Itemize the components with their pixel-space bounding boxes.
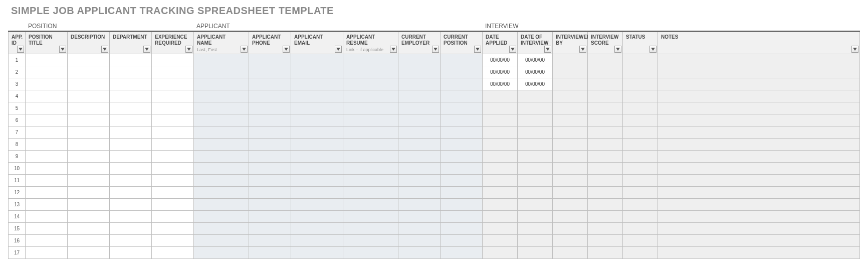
cell-title[interactable] (26, 175, 68, 187)
cell-title[interactable] (26, 223, 68, 235)
cell-email[interactable] (291, 235, 343, 247)
cell-cpos[interactable] (441, 247, 483, 259)
cell-exp[interactable] (152, 90, 194, 102)
filter-title-icon[interactable] (59, 46, 66, 53)
cell-score[interactable] (588, 102, 623, 114)
cell-dept[interactable] (110, 199, 152, 211)
cell-notes[interactable] (658, 114, 860, 126)
cell-dinterv[interactable] (518, 163, 553, 175)
cell-resume[interactable] (343, 187, 398, 199)
cell-cpos[interactable] (441, 151, 483, 163)
cell-exp[interactable] (152, 139, 194, 151)
cell-email[interactable] (291, 102, 343, 114)
cell-notes[interactable] (658, 66, 860, 78)
cell-dinterv[interactable] (518, 114, 553, 126)
cell-phone[interactable] (249, 126, 291, 139)
cell-resume[interactable] (343, 78, 398, 90)
cell-id[interactable]: 1 (9, 54, 26, 66)
filter-exp-icon[interactable] (185, 46, 192, 53)
cell-id[interactable]: 14 (9, 211, 26, 223)
cell-title[interactable] (26, 211, 68, 223)
cell-dept[interactable] (110, 187, 152, 199)
cell-dapplied[interactable]: 00/00/00 (483, 78, 518, 90)
cell-dept[interactable] (110, 90, 152, 102)
cell-phone[interactable] (249, 151, 291, 163)
cell-id[interactable]: 8 (9, 139, 26, 151)
cell-dapplied[interactable]: 00/00/00 (483, 54, 518, 66)
cell-employer[interactable] (398, 235, 441, 247)
cell-score[interactable] (588, 151, 623, 163)
cell-phone[interactable] (249, 90, 291, 102)
cell-employer[interactable] (398, 199, 441, 211)
cell-dept[interactable] (110, 235, 152, 247)
cell-dept[interactable] (110, 223, 152, 235)
cell-cpos[interactable] (441, 175, 483, 187)
cell-desc[interactable] (68, 151, 110, 163)
cell-status[interactable] (623, 235, 658, 247)
cell-exp[interactable] (152, 54, 194, 66)
cell-score[interactable] (588, 247, 623, 259)
cell-cpos[interactable] (441, 66, 483, 78)
cell-status[interactable] (623, 223, 658, 235)
cell-dinterv[interactable] (518, 175, 553, 187)
cell-resume[interactable] (343, 199, 398, 211)
cell-by[interactable] (553, 151, 588, 163)
cell-title[interactable] (26, 66, 68, 78)
cell-desc[interactable] (68, 163, 110, 175)
cell-title[interactable] (26, 102, 68, 114)
cell-score[interactable] (588, 126, 623, 139)
cell-dapplied[interactable] (483, 163, 518, 175)
cell-dept[interactable] (110, 114, 152, 126)
cell-notes[interactable] (658, 102, 860, 114)
cell-resume[interactable] (343, 163, 398, 175)
cell-employer[interactable] (398, 175, 441, 187)
cell-desc[interactable] (68, 78, 110, 90)
cell-dept[interactable] (110, 66, 152, 78)
cell-id[interactable]: 2 (9, 66, 26, 78)
cell-email[interactable] (291, 187, 343, 199)
cell-resume[interactable] (343, 90, 398, 102)
cell-desc[interactable] (68, 199, 110, 211)
cell-employer[interactable] (398, 211, 441, 223)
cell-resume[interactable] (343, 102, 398, 114)
cell-dinterv[interactable]: 00/00/00 (518, 66, 553, 78)
cell-name[interactable] (194, 211, 249, 223)
filter-by-icon[interactable] (579, 46, 586, 53)
cell-desc[interactable] (68, 126, 110, 139)
cell-employer[interactable] (398, 114, 441, 126)
cell-phone[interactable] (249, 163, 291, 175)
cell-id[interactable]: 15 (9, 223, 26, 235)
cell-status[interactable] (623, 247, 658, 259)
cell-phone[interactable] (249, 235, 291, 247)
filter-email-icon[interactable] (335, 46, 342, 53)
cell-dinterv[interactable] (518, 223, 553, 235)
cell-exp[interactable] (152, 66, 194, 78)
cell-notes[interactable] (658, 223, 860, 235)
cell-dept[interactable] (110, 139, 152, 151)
cell-name[interactable] (194, 187, 249, 199)
cell-name[interactable] (194, 126, 249, 139)
cell-notes[interactable] (658, 54, 860, 66)
cell-name[interactable] (194, 175, 249, 187)
cell-score[interactable] (588, 199, 623, 211)
cell-dept[interactable] (110, 102, 152, 114)
cell-dapplied[interactable] (483, 247, 518, 259)
cell-dept[interactable] (110, 163, 152, 175)
cell-score[interactable] (588, 90, 623, 102)
cell-by[interactable] (553, 102, 588, 114)
cell-desc[interactable] (68, 211, 110, 223)
cell-notes[interactable] (658, 139, 860, 151)
cell-phone[interactable] (249, 78, 291, 90)
cell-by[interactable] (553, 223, 588, 235)
cell-by[interactable] (553, 78, 588, 90)
cell-cpos[interactable] (441, 126, 483, 139)
cell-dapplied[interactable] (483, 199, 518, 211)
cell-resume[interactable] (343, 66, 398, 78)
cell-by[interactable] (553, 235, 588, 247)
cell-employer[interactable] (398, 151, 441, 163)
cell-status[interactable] (623, 90, 658, 102)
cell-id[interactable]: 7 (9, 126, 26, 139)
cell-dinterv[interactable]: 00/00/00 (518, 54, 553, 66)
cell-email[interactable] (291, 175, 343, 187)
cell-employer[interactable] (398, 54, 441, 66)
